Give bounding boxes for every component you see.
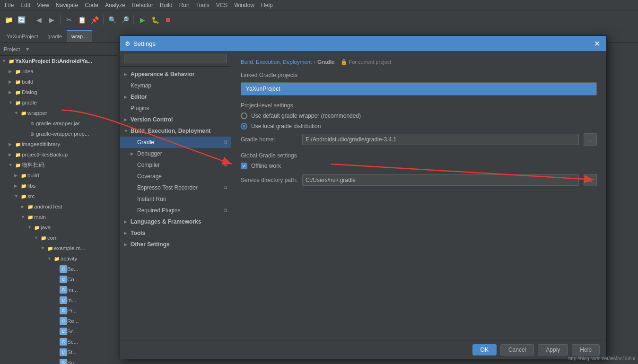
- menu-file[interactable]: File: [2, 1, 17, 9]
- tab-wrap[interactable]: wrap...: [67, 30, 92, 42]
- tab-gradle[interactable]: gradle: [43, 30, 67, 42]
- tree-java[interactable]: ▼ 📁 java: [0, 222, 118, 233]
- tree-be-icon: C: [60, 265, 67, 273]
- tree-projectfiles[interactable]: ▶ 📁 projectFilesBackup: [0, 149, 118, 160]
- tree-sc1[interactable]: ▶ C Sc...: [0, 326, 118, 337]
- tree-pr[interactable]: ▶ C Pr...: [0, 305, 118, 316]
- dialog-close-button[interactable]: ✕: [592, 39, 602, 48]
- tree-wuliaomaoma[interactable]: ▼ 📁 物料扫码: [0, 160, 118, 170]
- service-dir-input[interactable]: [302, 174, 579, 186]
- tree-gradle[interactable]: ▼ 📁 gradle: [0, 97, 118, 108]
- stree-espresso[interactable]: Espresso Test Recorder ⧉: [120, 182, 231, 193]
- toolbar-back-btn[interactable]: ◀: [33, 14, 44, 26]
- tree-com[interactable]: ▼ 📁 com: [0, 233, 118, 243]
- menu-run[interactable]: Run: [176, 1, 192, 9]
- radio-local-btn[interactable]: [241, 123, 247, 130]
- stree-instantrun[interactable]: Instant Run: [120, 193, 231, 205]
- offline-work-checkbox[interactable]: ✓: [241, 163, 247, 169]
- toolbar-cut-btn[interactable]: ✂: [63, 14, 75, 26]
- stree-build[interactable]: ▼ Build, Execution, Deployment: [120, 125, 231, 137]
- tree-androidtest[interactable]: ▶ 📁 androidTest: [0, 201, 118, 212]
- tree-java-arrow: ▼: [27, 225, 33, 230]
- settings-search-input[interactable]: [124, 54, 227, 63]
- service-dir-browse-btn[interactable]: ...: [584, 174, 597, 186]
- menu-tools[interactable]: Tools: [193, 1, 212, 9]
- tree-main[interactable]: ▼ 📁 main: [0, 212, 118, 222]
- side-panel-dropdown-icon[interactable]: ▼: [25, 46, 30, 52]
- stree-vcs[interactable]: ▶ Version Control: [120, 114, 231, 125]
- cancel-button[interactable]: Cancel: [500, 344, 534, 355]
- tree-main-icon: 📁: [26, 213, 34, 221]
- toolbar-sync-btn[interactable]: 🔄: [16, 14, 27, 26]
- linked-project-item[interactable]: YaXunProject: [241, 83, 596, 95]
- tree-gradle-prop[interactable]: ▶ 🗎 gradle-wrapper.prop...: [0, 129, 118, 139]
- gradle-home-input[interactable]: [302, 134, 579, 145]
- radio-default-btn[interactable]: [241, 113, 247, 119]
- tree-co[interactable]: ▶ C Co...: [0, 274, 118, 285]
- menu-help[interactable]: Help: [258, 1, 276, 9]
- tree-sc2[interactable]: ▶ C Sc...: [0, 337, 118, 347]
- menu-refactor[interactable]: Refactor: [129, 1, 156, 9]
- tree-src[interactable]: ▼ 📁 src: [0, 191, 118, 201]
- toolbar-run-btn[interactable]: ▶: [137, 14, 148, 26]
- tree-build[interactable]: ▶ 📁 build: [0, 77, 118, 87]
- stree-editor[interactable]: ▶ Editor: [120, 91, 231, 103]
- toolbar-replace-btn[interactable]: 🔎: [119, 14, 131, 26]
- stree-keymap[interactable]: Keymap: [120, 80, 231, 91]
- tree-im[interactable]: ▶ C Im...: [0, 285, 118, 295]
- tree-example[interactable]: ▼ 📁 example.m...: [0, 243, 118, 253]
- tree-re[interactable]: ▶ C Re...: [0, 316, 118, 326]
- menu-window[interactable]: Window: [231, 1, 257, 9]
- toolbar-search-btn[interactable]: 🔍: [106, 14, 118, 26]
- stree-required[interactable]: Required Plugins ⧉: [120, 205, 231, 216]
- menu-bar: File Edit View Navigate Code Analyze Ref…: [0, 0, 638, 10]
- gradle-home-browse-btn[interactable]: ...: [584, 133, 597, 146]
- stree-tools[interactable]: ▶ Tools: [120, 227, 231, 239]
- menu-vcs[interactable]: VCS: [213, 1, 231, 9]
- radio-local-row: Use local gradle distribution: [241, 123, 597, 130]
- tree-gradle-jar[interactable]: ▶ 🗎 gradle-wrapper.jar: [0, 118, 118, 129]
- tree-dialog-label: Dialog: [22, 89, 37, 95]
- toolbar-stop-btn[interactable]: ⏹: [162, 14, 174, 26]
- tree-gradle-icon: 📁: [14, 99, 22, 106]
- tree-example-icon: 📁: [46, 244, 54, 252]
- tree-imageedit[interactable]: ▶ 📁 imageeditlibrary: [0, 139, 118, 149]
- toolbar-project-btn[interactable]: 📁: [3, 14, 14, 26]
- menu-build[interactable]: Build: [157, 1, 175, 9]
- tree-su[interactable]: ▶ C Su...: [0, 357, 118, 364]
- stree-appearance[interactable]: ▶ Appearance & Behavior: [120, 69, 231, 80]
- stree-compiler[interactable]: Compiler ⧉: [120, 159, 231, 171]
- menu-view[interactable]: View: [34, 1, 52, 9]
- tree-libs[interactable]: ▶ 📁 libs: [0, 181, 118, 191]
- stree-gradle[interactable]: Gradle ⧉: [120, 137, 231, 148]
- toolbar-copy-btn[interactable]: 📋: [76, 14, 87, 26]
- tab-yaxunproject[interactable]: YaXunProject: [2, 30, 43, 42]
- tree-imageedit-arrow: ▶: [9, 142, 14, 147]
- tree-in[interactable]: ▶ C In...: [0, 295, 118, 305]
- toolbar-paste-btn[interactable]: 📌: [89, 14, 100, 26]
- menu-analyze[interactable]: Analyze: [102, 1, 128, 9]
- menu-edit[interactable]: Edit: [17, 1, 33, 9]
- tree-root[interactable]: ▼ 📁 YaXunProject D:\Android\Ya...: [0, 56, 118, 66]
- apply-button[interactable]: Apply: [538, 344, 568, 355]
- tree-wuliaomaoma-icon: 📁: [14, 161, 22, 169]
- toolbar-debug-btn[interactable]: 🐛: [149, 14, 161, 26]
- tree-activity[interactable]: ▼ 📁 activity: [0, 253, 118, 264]
- tree-idea[interactable]: ▶ 📁 .idea: [0, 66, 118, 77]
- stree-plugins[interactable]: Plugins: [120, 103, 231, 114]
- tree-build2[interactable]: ▶ 📁 build: [0, 170, 118, 181]
- tree-st[interactable]: ▶ C St...: [0, 347, 118, 357]
- tree-dialog[interactable]: ▶ 📁 Dialog: [0, 87, 118, 97]
- stree-coverage[interactable]: Coverage: [120, 171, 231, 182]
- tree-wrapper[interactable]: ▼ 📁 wrapper: [0, 108, 118, 118]
- stree-other[interactable]: ▶ Other Settings: [120, 239, 231, 250]
- menu-navigate[interactable]: Navigate: [53, 1, 81, 9]
- tree-be[interactable]: ▶ C Be...: [0, 264, 118, 274]
- stree-languages[interactable]: ▶ Languages & Frameworks: [120, 216, 231, 227]
- breadcrumb-build-link[interactable]: Build, Execution, Deployment: [241, 59, 312, 65]
- menu-code[interactable]: Code: [82, 1, 101, 9]
- toolbar-forward-btn[interactable]: ▶: [46, 14, 57, 26]
- ok-button[interactable]: OK: [472, 344, 497, 355]
- help-button[interactable]: Help: [572, 344, 600, 355]
- stree-debugger[interactable]: ▶ Debugger: [120, 148, 231, 159]
